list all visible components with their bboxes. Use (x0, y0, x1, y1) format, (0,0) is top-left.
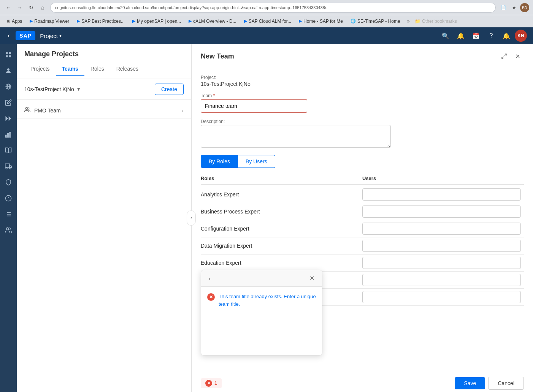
expand-icon-button[interactable] (498, 50, 510, 62)
address-bar[interactable]: cognitus-consulting-llc-cloudalm.eu20.al… (50, 3, 496, 13)
browser-actions: 📄 ★ KN (499, 3, 529, 12)
opensap-icon: ▶ (132, 19, 135, 24)
sap-best-icon: ▶ (77, 19, 80, 24)
save-button[interactable]: Save (455, 377, 485, 389)
profile-button[interactable]: KN (520, 3, 529, 12)
panel-title: Manage Projects (24, 50, 184, 58)
bookmark-sap-cloud[interactable]: ▶ SAP Cloud ALM for... (241, 18, 295, 25)
calendar-button[interactable]: 📅 (469, 29, 483, 43)
home-button[interactable]: ⌂ (38, 3, 47, 12)
popup-close-button[interactable]: ✕ (307, 274, 317, 283)
bookmark-button[interactable]: ★ (509, 3, 519, 12)
popup-back-button[interactable]: ‹ (206, 275, 213, 282)
app-title[interactable]: Project ▾ (40, 33, 62, 39)
bookmark-opensap[interactable]: ▶ My openSAP | open... (129, 18, 184, 25)
notifications-button[interactable]: 🔔 (454, 29, 468, 43)
other-bookmarks-label: 📁 Other bookmarks (415, 19, 457, 24)
collapse-handle[interactable]: ‹ (187, 210, 196, 226)
role-analytics-expert: Analytics Expert (201, 191, 362, 198)
role-extensibility-expert-input[interactable] (362, 274, 521, 286)
sidenav-user[interactable] (1, 63, 16, 78)
shell-back-button[interactable]: ‹ (6, 31, 11, 41)
table-row: Education Expert (201, 254, 524, 272)
sidenav-expand[interactable] (1, 111, 16, 126)
left-panel: Manage Projects Projects Teams Roles Rel… (17, 44, 192, 392)
sidenav-truck[interactable] (1, 159, 16, 174)
sidenav-shield[interactable] (1, 175, 16, 190)
bookmark-calm[interactable]: ▶ cALM Overview - D... (186, 18, 239, 25)
sap-logo: SAP (16, 31, 35, 40)
svg-line-27 (504, 54, 506, 56)
extensions-button[interactable]: 📄 (499, 3, 508, 12)
sap-cloud-icon: ▶ (244, 19, 247, 24)
error-popup-header: ‹ ✕ (201, 270, 322, 287)
tab-roles[interactable]: Roles (84, 63, 110, 76)
sidenav-chart[interactable] (1, 127, 16, 142)
shell-icons: 🔍 🔔 📅 ? 🔔 KN (439, 29, 527, 43)
sidenav-home[interactable] (1, 47, 16, 62)
back-button[interactable]: ← (4, 3, 13, 12)
users-column-header: Users (362, 175, 524, 181)
required-indicator: * (213, 93, 215, 98)
role-data-migration-expert-input[interactable] (362, 240, 521, 252)
role-education-expert-input[interactable] (362, 257, 521, 269)
form-header: New Team (192, 44, 533, 67)
sidenav-alert[interactable] (1, 191, 16, 206)
svg-point-4 (7, 68, 10, 71)
error-popup-body: ✕ This team title already exists. Enter … (201, 287, 322, 355)
team-name-section: Team * (201, 93, 524, 113)
project-dropdown[interactable]: 10s-TestProject KjNo ▼ (24, 86, 81, 92)
by-users-button[interactable]: By Users (238, 155, 275, 168)
form-header-icons (498, 50, 524, 62)
project-selector-row: 10s-TestProject KjNo ▼ Create (17, 79, 191, 100)
sidenav-users[interactable] (1, 223, 16, 238)
reload-button[interactable]: ↻ (27, 3, 36, 12)
svg-line-28 (502, 57, 504, 58)
team-name-input[interactable] (201, 99, 307, 113)
app-title-text: Project (40, 33, 58, 39)
sidenav-globe[interactable] (1, 79, 16, 94)
svg-rect-13 (5, 164, 10, 168)
bookmark-opensap-label: My openSAP | open... (137, 19, 181, 24)
svg-point-15 (10, 168, 11, 169)
bookmark-apps[interactable]: ⊞ Apps (4, 18, 25, 25)
search-shell-button[interactable]: 🔍 (439, 29, 452, 43)
roles-table-header: Roles Users (201, 172, 524, 185)
close-form-button[interactable] (512, 50, 524, 62)
bookmark-roadmap[interactable]: ▶ Roadmap Viewer (27, 18, 72, 25)
content-area: Manage Projects Projects Teams Roles Rel… (17, 44, 533, 392)
sidenav-edit[interactable] (1, 95, 16, 110)
description-textarea[interactable] (201, 125, 391, 148)
role-integration-expert-input[interactable] (362, 291, 521, 303)
cancel-button[interactable]: Cancel (488, 377, 524, 390)
by-roles-button[interactable]: By Roles (201, 155, 238, 168)
bookmark-calm-label: cALM Overview - D... (193, 19, 236, 24)
bookmark-sap-best[interactable]: ▶ SAP Best Practices... (74, 18, 128, 25)
help-button[interactable]: ? (484, 29, 498, 43)
tab-projects[interactable]: Projects (24, 63, 56, 76)
roadmap-icon: ▶ (30, 19, 33, 24)
create-button[interactable]: Create (155, 84, 184, 95)
bell-button[interactable]: 🔔 (500, 29, 513, 43)
error-badge[interactable]: ✕ 1 (201, 378, 222, 388)
browser-nav-icons: ← → ↻ ⌂ (4, 3, 47, 12)
more-bookmarks[interactable]: » (405, 18, 412, 25)
panel-tabs: Projects Teams Roles Releases (24, 63, 184, 76)
timesap-icon: 🌐 (351, 19, 356, 24)
role-analytics-expert-input[interactable] (362, 188, 521, 201)
role-configuration-expert-input[interactable] (362, 223, 521, 235)
project-section: Project: 10s-TestProject KjNo (201, 75, 524, 87)
tab-releases[interactable]: Releases (110, 63, 144, 76)
right-panel: New Team Project: 10s-TestProject KjNo (192, 44, 533, 392)
user-avatar[interactable]: KN (515, 30, 527, 42)
forward-button[interactable]: → (15, 3, 24, 12)
error-message-row: ✕ This team title already exists. Enter … (207, 293, 316, 308)
role-business-process-expert-input[interactable] (362, 205, 521, 218)
tab-teams[interactable]: Teams (56, 63, 84, 76)
list-item[interactable]: PMO Team › (17, 103, 191, 119)
svg-rect-1 (9, 52, 11, 54)
sidenav-book[interactable] (1, 143, 16, 158)
bookmark-timesap[interactable]: 🌐 SE-TimeSAP - Home (347, 18, 403, 25)
sidenav-list[interactable] (1, 207, 16, 222)
bookmark-home-sap[interactable]: ▶ Home - SAP for Me (296, 18, 346, 25)
